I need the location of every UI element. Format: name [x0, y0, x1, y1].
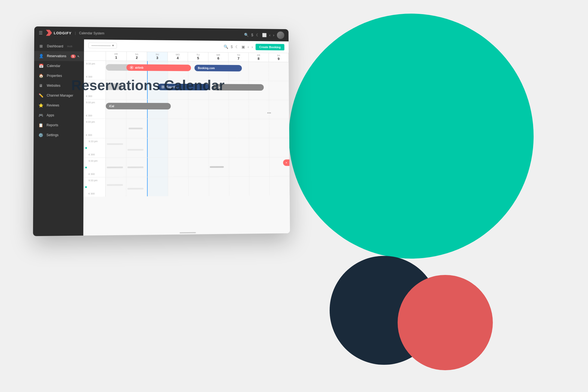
booking-bar-ical-1[interactable]: iCal — [213, 84, 264, 91]
nav-next-icon[interactable]: › — [273, 33, 274, 37]
sidebar-item-label: Reviews — [47, 103, 59, 107]
topbar-divider: | — [75, 31, 76, 35]
prop-time-3: 9:33 pm — [86, 101, 103, 104]
property-row-1: 9:33 pm € 300 — [84, 61, 289, 81]
cell-5-6 — [209, 138, 229, 157]
properties-icon: 🏠 — [38, 74, 44, 78]
overflow-expedia-badge[interactable]: ✦ — [283, 160, 290, 166]
cell-5-4 — [168, 138, 188, 157]
cell-5-8 — [249, 138, 269, 157]
toolbar-next-icon[interactable]: › — [252, 45, 253, 49]
sidebar-item-apps[interactable]: 🎮 Apps — [34, 110, 84, 120]
booking-bar-gray-2[interactable] — [106, 83, 123, 90]
cell-7-4 — [168, 177, 188, 196]
booking-bar-expedia-1[interactable]: ✦ Expedia — [158, 84, 209, 90]
create-booking-button[interactable]: Create Booking — [255, 44, 284, 50]
prop-cells-1: ✦ airbnb Booking.com — [106, 61, 289, 81]
toolbar-icons: 🔍 $ ☾ ▣ ‹ › — [224, 44, 253, 49]
placeholder-bar-1 — [128, 128, 143, 129]
cell-6-6 — [209, 157, 229, 176]
day-col-6: We 6 — [208, 53, 228, 62]
cell-5-5 — [188, 138, 209, 157]
property-row-4: 9:33 pm € 300 — [84, 119, 289, 139]
prop-cells-4 — [106, 119, 289, 138]
toolbar-page-icon[interactable]: ▣ — [242, 45, 245, 49]
booking-bar-booking-1[interactable]: Booking.com — [194, 65, 242, 72]
airbnb-icon: ✦ — [130, 66, 134, 69]
header-row-label — [84, 51, 106, 61]
prop-price-1: € 300 — [86, 75, 104, 78]
prop-label-6: 9:33 pm € 300 — [83, 158, 106, 177]
cell-2-9 — [269, 81, 289, 100]
websites-icon: 🖥 — [38, 83, 44, 88]
property-row-6: 9:33 pm € 300 — [83, 157, 290, 177]
prop-cells-6: ✦ — [106, 157, 289, 177]
sidebar-item-calendar[interactable]: 📅 Calendar — [34, 61, 84, 71]
calendar-icon: 📅 — [39, 64, 44, 68]
topbar-actions: 🔍 $ ☾ ⬜ ‹ › — [244, 31, 284, 39]
cell-4-3 — [147, 119, 168, 138]
cell-4-1 — [106, 119, 126, 138]
placeholder-bar-4 — [107, 167, 123, 168]
sidebar-item-label: Dashboard — [47, 44, 63, 48]
sidebar-item-channel-manager[interactable]: ✏️ Channel Manager — [34, 90, 84, 100]
cell-6-8 — [249, 157, 270, 176]
dollar-icon[interactable]: $ — [251, 33, 253, 37]
active-dot-5 — [85, 147, 87, 149]
sidebar-item-label: Calendar — [47, 64, 60, 68]
cell-4-6 — [209, 119, 229, 138]
prop-cells-5 — [106, 138, 289, 158]
prop-cells-7 — [106, 176, 290, 197]
toolbar-moon-icon[interactable]: ☾ — [236, 45, 239, 49]
active-dot-7 — [85, 186, 87, 188]
cell-6-2 — [126, 158, 147, 177]
cell-7-8 — [249, 176, 270, 195]
cell-2-2 — [126, 80, 147, 99]
sidebar-item-label: Properties — [47, 74, 62, 78]
sidebar-item-reservations[interactable]: 👤 Reservations 5 ↖ — [34, 51, 84, 61]
date-range-selector[interactable]: ───────── ▾ — [88, 42, 117, 48]
prop-label-2: 9:33 pm € 300 — [84, 80, 106, 99]
search-icon[interactable]: 🔍 — [244, 33, 249, 37]
sidebar-item-reviews[interactable]: ⭐ Reviews — [34, 100, 84, 111]
overflow-expedia-icon: ✦ — [285, 161, 287, 164]
cell-4-9 — [269, 119, 289, 138]
topbar-subtitle: Calendar System — [79, 31, 104, 35]
toolbar-prev-icon[interactable]: ‹ — [248, 45, 249, 49]
booking-bar-airbnb-1[interactable]: ✦ airbnb — [126, 64, 191, 71]
sidebar-item-properties[interactable]: 🏠 Properties — [34, 71, 84, 81]
sidebar-item-reports[interactable]: 📋 Reports — [34, 120, 84, 130]
nav-prev-icon[interactable]: ‹ — [269, 33, 271, 37]
booking-bar-ical-2[interactable]: iCal — [106, 103, 171, 110]
chevron-down-icon: ▾ — [112, 44, 114, 47]
sidebar-item-settings[interactable]: ⚙️ Settings — [34, 130, 84, 140]
sidebar-item-label: Apps — [47, 113, 54, 117]
cell-7-2 — [126, 177, 147, 197]
moon-icon[interactable]: ☾ — [256, 33, 259, 37]
cell-1-9 — [269, 62, 289, 81]
sidebar-item-websites[interactable]: 🖥 Websites — [34, 81, 84, 91]
property-row-5: 9:33 pm € 300 — [83, 138, 289, 158]
user-avatar[interactable] — [277, 32, 284, 39]
prop-time-7: 9:33 pm — [88, 179, 103, 182]
prop-price-2: € 300 — [86, 95, 103, 97]
app-window: ☰ LODGIFY | Calendar System 🔍 $ ☾ ⬜ ‹ › … — [33, 26, 290, 236]
prop-label-4: 9:33 pm € 300 — [84, 119, 106, 138]
hamburger-icon[interactable]: ☰ — [39, 30, 42, 35]
prop-time-1: 9:33 pm — [86, 62, 104, 65]
toolbar-search-icon[interactable]: 🔍 — [224, 44, 228, 49]
apps-icon: 🎮 — [38, 113, 44, 117]
cell-4-5 — [188, 119, 209, 138]
bg-red-circle — [398, 275, 493, 370]
booking-label: Booking.com — [198, 66, 215, 69]
sidebar-item-dashboard[interactable]: ⊞ Dashboard Multi — [34, 41, 84, 51]
calendar-body: 9:33 pm € 300 — [83, 61, 290, 235]
sidebar-item-label: Channel Manager — [47, 94, 73, 97]
tablet-icon[interactable]: ⬜ — [262, 33, 267, 37]
cell-1-8 — [249, 62, 269, 81]
cursor-indicator: ↖ — [77, 55, 79, 58]
property-row-3: 9:33 pm € 300 — [84, 99, 289, 119]
cell-4-8 — [249, 119, 269, 138]
toolbar-dollar-icon[interactable]: $ — [231, 44, 233, 49]
ical-label: iCal — [216, 86, 221, 89]
